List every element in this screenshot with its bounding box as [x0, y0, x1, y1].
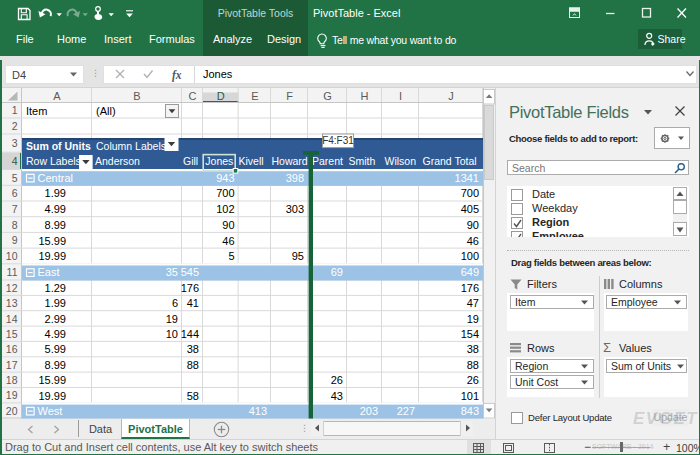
svg-text:6: 6	[12, 187, 18, 199]
svg-text:6: 6	[172, 297, 178, 309]
svg-text:8.99: 8.99	[45, 359, 66, 371]
svg-text:Item: Item	[26, 105, 47, 117]
svg-text:18: 18	[6, 374, 18, 386]
svg-text:Parent: Parent	[312, 155, 343, 167]
svg-text:H: H	[361, 90, 369, 102]
svg-text:413: 413	[249, 405, 267, 417]
svg-text:303: 303	[286, 203, 304, 215]
svg-text:Row Labels: Row Labels	[26, 155, 81, 167]
svg-text:144: 144	[181, 328, 199, 340]
svg-text:203: 203	[360, 405, 378, 417]
svg-text:Smith: Smith	[349, 155, 376, 167]
svg-text:19.99: 19.99	[38, 250, 66, 262]
svg-text:19: 19	[6, 389, 18, 401]
svg-text:2.99: 2.99	[45, 313, 66, 325]
svg-text:398: 398	[286, 172, 304, 184]
svg-text:F4:F31: F4:F31	[322, 135, 354, 146]
svg-text:Grand Total: Grand Total	[423, 155, 477, 167]
svg-text:58: 58	[187, 390, 199, 402]
svg-text:227: 227	[397, 405, 415, 417]
svg-text:West: West	[38, 405, 63, 417]
svg-text:4: 4	[12, 155, 18, 167]
svg-text:90: 90	[222, 219, 234, 231]
svg-text:9: 9	[12, 234, 18, 246]
svg-text:I: I	[399, 90, 402, 102]
svg-text:1.99: 1.99	[45, 297, 66, 309]
svg-text:19: 19	[166, 313, 178, 325]
svg-text:15.99: 15.99	[38, 235, 66, 247]
svg-text:East: East	[38, 266, 60, 278]
svg-text:15: 15	[6, 328, 18, 340]
svg-text:69: 69	[331, 266, 343, 278]
svg-text:Gill: Gill	[183, 155, 198, 167]
svg-text:10: 10	[166, 328, 178, 340]
svg-text:4.99: 4.99	[45, 328, 66, 340]
svg-text:5: 5	[12, 172, 18, 184]
svg-text:154: 154	[461, 328, 479, 340]
svg-text:14: 14	[6, 313, 18, 325]
svg-text:38: 38	[467, 343, 479, 355]
svg-text:26: 26	[467, 374, 479, 386]
svg-text:7: 7	[12, 203, 18, 215]
svg-text:A: A	[53, 90, 61, 102]
svg-text:10: 10	[6, 250, 18, 262]
svg-text:100: 100	[461, 250, 479, 262]
svg-text:545: 545	[181, 266, 199, 278]
svg-text:Wilson: Wilson	[385, 155, 417, 167]
svg-text:38: 38	[187, 343, 199, 355]
svg-text:176: 176	[461, 282, 479, 294]
svg-text:F: F	[286, 90, 293, 102]
svg-text:90: 90	[467, 219, 479, 231]
svg-text:Jones: Jones	[205, 155, 233, 167]
svg-text:88: 88	[187, 359, 199, 371]
svg-text:8: 8	[12, 219, 18, 231]
svg-text:1.29: 1.29	[45, 282, 66, 294]
svg-text:G: G	[323, 90, 332, 102]
svg-text:700: 700	[461, 187, 479, 199]
svg-text:Central: Central	[38, 172, 73, 184]
svg-text:88: 88	[467, 359, 479, 371]
svg-text:C: C	[189, 90, 197, 102]
svg-text:8.99: 8.99	[45, 219, 66, 231]
svg-text:Howard: Howard	[272, 155, 308, 167]
svg-text:47: 47	[467, 297, 479, 309]
svg-text:B: B	[133, 90, 140, 102]
svg-text:2: 2	[12, 120, 18, 132]
svg-text:19: 19	[467, 313, 479, 325]
svg-text:fx: fx	[172, 69, 182, 82]
svg-text:13: 13	[6, 297, 18, 309]
svg-text:4.99: 4.99	[45, 203, 66, 215]
svg-text:11: 11	[7, 266, 18, 278]
svg-text:12: 12	[6, 282, 18, 294]
svg-text:Anderson: Anderson	[95, 155, 140, 167]
svg-text:5: 5	[228, 250, 234, 262]
svg-text:843: 843	[461, 405, 479, 417]
svg-text:(All): (All)	[96, 105, 116, 117]
svg-text:E: E	[251, 90, 258, 102]
svg-text:101: 101	[461, 390, 479, 402]
svg-text:J: J	[448, 90, 454, 102]
svg-text:20: 20	[6, 405, 18, 417]
svg-text:102: 102	[216, 203, 234, 215]
svg-text:700: 700	[216, 187, 234, 199]
svg-text:Column Labels: Column Labels	[96, 140, 166, 152]
svg-text:Sum of Units: Sum of Units	[26, 140, 91, 152]
svg-text:19.99: 19.99	[38, 390, 66, 402]
svg-text:15.99: 15.99	[38, 374, 66, 386]
svg-text:649: 649	[461, 266, 479, 278]
svg-text:1.99: 1.99	[45, 187, 66, 199]
svg-text:35: 35	[166, 266, 178, 278]
svg-text:1: 1	[12, 104, 18, 116]
svg-text:16: 16	[6, 343, 18, 355]
svg-text:43: 43	[331, 390, 343, 402]
svg-text:17: 17	[6, 359, 18, 371]
svg-text:1341: 1341	[455, 172, 479, 184]
svg-text:943: 943	[216, 172, 234, 184]
svg-text:Kivell: Kivell	[239, 155, 264, 167]
svg-text:46: 46	[467, 235, 479, 247]
svg-text:5.99: 5.99	[45, 343, 66, 355]
svg-text:46: 46	[222, 235, 234, 247]
svg-text:176: 176	[181, 282, 199, 294]
svg-text:41: 41	[187, 297, 199, 309]
svg-text:95: 95	[292, 250, 304, 262]
